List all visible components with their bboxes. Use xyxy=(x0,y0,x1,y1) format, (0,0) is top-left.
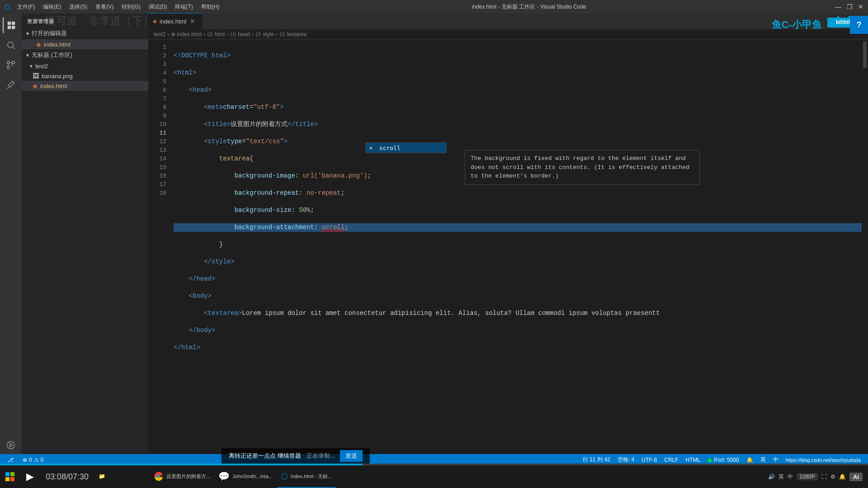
start-button[interactable] xyxy=(0,465,20,488)
svg-rect-16 xyxy=(10,472,14,476)
breadcrumb-html[interactable]: ⟨/⟩ html xyxy=(207,31,225,38)
time-display: 03:08 / 07:30 xyxy=(40,465,94,488)
open-editor-filename: index.html xyxy=(44,41,71,48)
sep3: › xyxy=(226,31,228,38)
code-line-9: background-repeat: no-repeat; xyxy=(174,189,868,197)
svg-line-5 xyxy=(13,47,14,49)
breadcrumb-head[interactable]: ⟨/⟩ head xyxy=(230,31,250,38)
titlebar: ⬡ 文件(F) 编辑(E) 选择(S) 查看(V) 转到(G) 调试(D) 终端… xyxy=(0,0,868,14)
taskbar-app-vscode[interactable]: ⬡ index.html - 无标... xyxy=(277,465,335,488)
open-editor-item-index[interactable]: ◈ index.html xyxy=(22,39,148,49)
chat-label: JohnSmith...Inta... xyxy=(232,474,273,479)
menu-goto[interactable]: 转到(G) xyxy=(118,2,144,12)
bell-icon: 🔔 xyxy=(746,457,753,463)
open-editors-arrow: ▼ xyxy=(25,31,30,36)
run-icon[interactable] xyxy=(3,437,19,453)
close-button[interactable]: ✕ xyxy=(858,3,863,10)
breadcrumb-style[interactable]: ⟨/⟩ style xyxy=(255,31,274,38)
tab-close-button[interactable]: ✕ xyxy=(190,18,195,25)
taskbar-right: 🔊 英 中 1080P ⛶ ⚙ 🔔 Ai xyxy=(763,473,868,481)
minimize-button[interactable]: — xyxy=(835,3,841,10)
svg-point-7 xyxy=(7,66,10,69)
git-icon: ⎇ xyxy=(7,457,14,463)
image-file-icon: 🖼 xyxy=(33,72,39,80)
language-text: HTML xyxy=(686,457,701,463)
breadcrumb-test2[interactable]: test2 xyxy=(154,31,165,38)
code-editor[interactable]: 12345 678910 1112131415 161718 <!DOCTYPE… xyxy=(148,39,868,477)
open-editors-section[interactable]: ▼ 打开的编辑器 xyxy=(22,28,148,39)
tab-index-html[interactable]: ◈ index.html ✕ xyxy=(148,13,203,29)
autocomplete-dropdown[interactable]: ≡ scroll xyxy=(365,142,447,153)
restore-button[interactable]: ❐ xyxy=(847,3,853,10)
source-control-icon[interactable] xyxy=(3,57,19,73)
tab-label: index.html xyxy=(160,18,186,25)
notification-icon[interactable]: 🔔 xyxy=(839,474,846,480)
sep1: › xyxy=(167,31,169,38)
menu-help[interactable]: 帮助(H) xyxy=(198,2,223,12)
code-line-10: background-size: 50%; xyxy=(174,206,868,215)
sidebar: 资源管理器 ▼ 打开的编辑器 ◈ index.html ▼ 无标题 (工作区) … xyxy=(22,14,148,477)
tab-bar: ◈ index.html ✕ ··· xyxy=(148,14,868,29)
vscode-icon: ⬡ xyxy=(5,3,10,10)
volume-icon[interactable]: 🔊 xyxy=(768,474,775,480)
taskbar-app-chat[interactable]: 💬 JohnSmith...Inta... xyxy=(215,465,276,488)
code-line-13: </style> xyxy=(174,258,868,266)
folder-test2[interactable]: ▼ test2 xyxy=(22,61,148,71)
file-banana-png[interactable]: 🖼 banana.png xyxy=(22,71,148,81)
scrollbar[interactable] xyxy=(862,39,868,477)
code-line-18: </html> xyxy=(174,343,868,352)
question-button[interactable]: ? xyxy=(850,16,868,34)
extensions-icon[interactable] xyxy=(3,77,19,93)
ime-tray[interactable]: 中 xyxy=(788,473,793,481)
folder-arrow: ▼ xyxy=(29,64,33,69)
lang-tray[interactable]: 英 xyxy=(778,473,784,481)
resolution-badge[interactable]: 1080P xyxy=(797,473,818,480)
current-time: 03:08 xyxy=(46,472,66,482)
sep2: › xyxy=(203,31,205,38)
menu-view[interactable]: 查看(V) xyxy=(92,2,117,12)
col-text: 列 42 xyxy=(597,456,610,464)
code-line-4: <meta charset="utf-8"> xyxy=(174,103,868,112)
menu-terminal[interactable]: 终端(T) xyxy=(171,2,196,12)
breadcrumb-index-html[interactable]: ⊕ index.html xyxy=(171,31,202,38)
explorer-icon[interactable] xyxy=(3,17,19,33)
autocomplete-item-scroll[interactable]: ≡ scroll xyxy=(366,143,446,153)
menu-file[interactable]: 文件(F) xyxy=(14,2,38,12)
code-line-6: <style type="text/css"> xyxy=(174,137,868,146)
ai-badge[interactable]: Ai xyxy=(849,473,863,481)
svg-point-6 xyxy=(7,61,10,64)
line-ending-text: CRLF xyxy=(664,457,678,463)
menu-debug[interactable]: 调试(D) xyxy=(145,2,171,12)
taskbar-app-chrome[interactable]: 设置图片的附着方... xyxy=(150,465,214,488)
menu-select[interactable]: 选择(S) xyxy=(66,2,91,12)
open-editors-label: 打开的编辑器 xyxy=(32,29,67,38)
svg-text:bilibili: bilibili xyxy=(836,19,852,25)
svg-point-12 xyxy=(837,16,840,19)
workspace-section[interactable]: ▼ 无标题 (工作区) xyxy=(22,49,148,61)
taskbar-app-file-manager[interactable]: 📁 xyxy=(95,465,149,488)
fullscreen-icon[interactable]: ⛶ xyxy=(821,474,827,480)
activity-bar xyxy=(0,14,22,477)
logo-text: 鱼C-小甲鱼 xyxy=(772,18,822,32)
send-button[interactable]: 发送 xyxy=(340,450,363,462)
error-count: 0 xyxy=(29,457,32,463)
svg-rect-3 xyxy=(12,26,15,29)
code-line-11: background-attachment: scroll; xyxy=(174,223,868,232)
code-line-3: <head> xyxy=(174,86,868,94)
code-line-5: <title>设置图片的附着方式</title> xyxy=(174,120,868,129)
vscode-taskbar-icon: ⬡ xyxy=(281,471,288,481)
window-controls: — ❐ ✕ xyxy=(835,3,863,10)
breadcrumb-textarea[interactable]: ⟨/⟩ textarea xyxy=(279,31,307,38)
menu-edit[interactable]: 编辑(E) xyxy=(39,2,65,12)
file-name-banana: banana.png xyxy=(42,73,73,80)
scrollbar-thumb[interactable] xyxy=(863,41,867,68)
search-icon[interactable] xyxy=(3,37,19,53)
play-button[interactable]: ▶ xyxy=(21,465,39,488)
svg-rect-2 xyxy=(8,26,11,29)
code-line-15: <body> xyxy=(174,292,868,300)
chat-message: 离转正还差一点点 继续答题 xyxy=(229,452,301,460)
settings-tray-icon[interactable]: ⚙ xyxy=(830,474,835,480)
code-content[interactable]: <!DOCTYPE html> <html> <head> <meta char… xyxy=(170,39,868,477)
file-index-html[interactable]: ◈ index.html xyxy=(22,81,148,91)
editor-area: ◈ index.html ✕ ··· test2 › ⊕ index.html … xyxy=(148,14,868,477)
